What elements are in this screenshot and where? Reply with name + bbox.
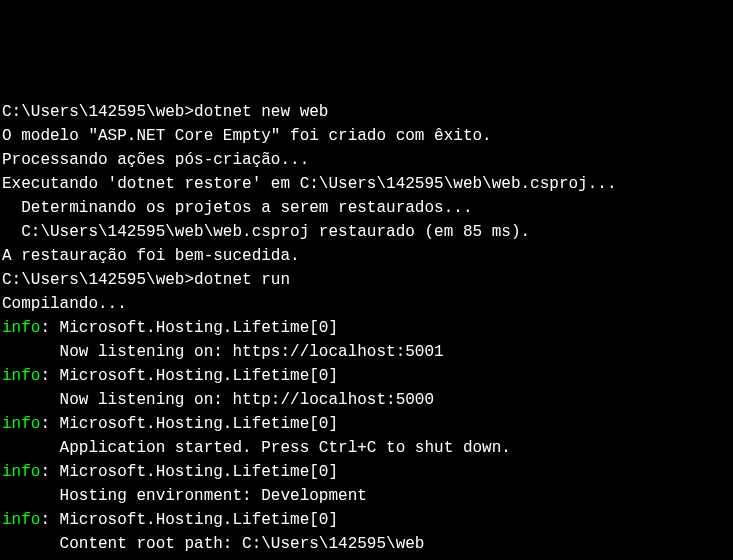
info-detail: Now listening on: https://localhost:5001 [2,340,731,364]
output-line: Processando ações pós-criação... [2,148,731,172]
info-detail: Content root path: C:\Users\142595\web [2,532,731,556]
info-detail: Now listening on: http://localhost:5000 [2,388,731,412]
info-line-4: info: Microsoft.Hosting.Lifetime[0] [2,460,731,484]
info-detail: Application started. Press Ctrl+C to shu… [2,436,731,460]
info-label: info [2,415,40,433]
info-label: info [2,463,40,481]
prompt-line-1: C:\Users\142595\web>dotnet new web [2,100,731,124]
info-message: : Microsoft.Hosting.Lifetime[0] [40,367,338,385]
terminal-output[interactable]: C:\Users\142595\web>dotnet new webO mode… [2,100,731,556]
info-label: info [2,319,40,337]
info-detail: Hosting environment: Development [2,484,731,508]
info-message: : Microsoft.Hosting.Lifetime[0] [40,415,338,433]
info-message: : Microsoft.Hosting.Lifetime[0] [40,511,338,529]
info-line-3: info: Microsoft.Hosting.Lifetime[0] [2,412,731,436]
info-line-1: info: Microsoft.Hosting.Lifetime[0] [2,316,731,340]
command-text: dotnet new web [194,103,328,121]
prompt-line-2: C:\Users\142595\web>dotnet run [2,268,731,292]
info-label: info [2,367,40,385]
output-line: A restauração foi bem-sucedida. [2,244,731,268]
output-line: Executando 'dotnet restore' em C:\Users\… [2,172,731,196]
info-line-5: info: Microsoft.Hosting.Lifetime[0] [2,508,731,532]
prompt-path: C:\Users\142595\web> [2,271,194,289]
output-line: C:\Users\142595\web\web.csproj restaurad… [2,220,731,244]
output-line: Compilando... [2,292,731,316]
info-message: : Microsoft.Hosting.Lifetime[0] [40,319,338,337]
info-label: info [2,511,40,529]
prompt-path: C:\Users\142595\web> [2,103,194,121]
info-message: : Microsoft.Hosting.Lifetime[0] [40,463,338,481]
output-line: Determinando os projetos a serem restaur… [2,196,731,220]
info-line-2: info: Microsoft.Hosting.Lifetime[0] [2,364,731,388]
command-text: dotnet run [194,271,290,289]
output-line: O modelo "ASP.NET Core Empty" foi criado… [2,124,731,148]
